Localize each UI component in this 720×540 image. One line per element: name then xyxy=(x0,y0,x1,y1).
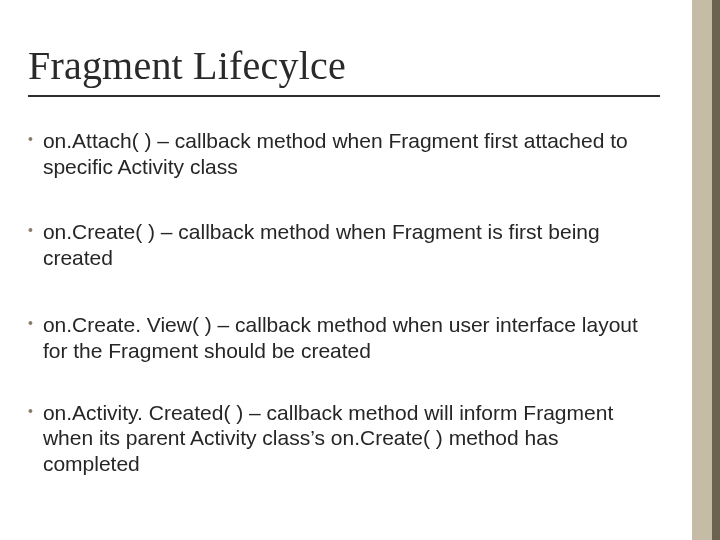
title-area: Fragment Lifecylce xyxy=(28,42,660,97)
bullet-icon: • xyxy=(28,404,33,418)
title-underline xyxy=(28,95,660,97)
bullet-text: on.Create( ) – callback method when Frag… xyxy=(43,219,646,270)
list-item: • on.Activity. Created( ) – callback met… xyxy=(28,400,646,477)
right-accent-band xyxy=(692,0,720,540)
bullet-text: on.Activity. Created( ) – callback metho… xyxy=(43,400,646,477)
bullet-text: on.Attach( ) – callback method when Frag… xyxy=(43,128,646,179)
bullet-text: on.Create. View( ) – callback method whe… xyxy=(43,312,646,363)
slide-title: Fragment Lifecylce xyxy=(28,42,660,89)
bullet-icon: • xyxy=(28,316,33,330)
bullet-icon: • xyxy=(28,132,33,146)
content-area: • on.Attach( ) – callback method when Fr… xyxy=(28,128,646,476)
bullet-icon: • xyxy=(28,223,33,237)
list-item: • on.Create( ) – callback method when Fr… xyxy=(28,219,646,270)
list-item: • on.Attach( ) – callback method when Fr… xyxy=(28,128,646,179)
list-item: • on.Create. View( ) – callback method w… xyxy=(28,312,646,363)
slide: Fragment Lifecylce • on.Attach( ) – call… xyxy=(0,0,720,540)
